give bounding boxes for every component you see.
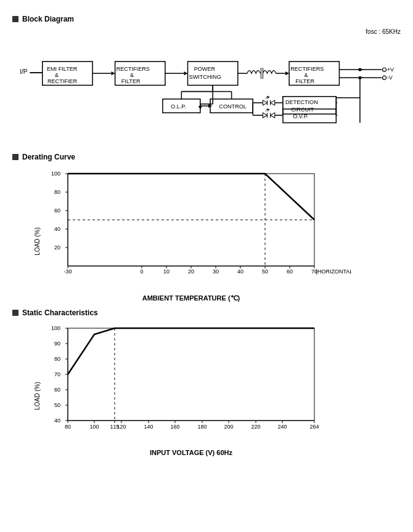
svg-text:40: 40 bbox=[237, 268, 243, 275]
svg-text:100: 100 bbox=[51, 325, 60, 331]
svg-text:264: 264 bbox=[309, 424, 319, 430]
svg-marker-58 bbox=[263, 113, 267, 118]
svg-text:-30: -30 bbox=[63, 268, 72, 275]
derating-svg: LOAD (%) 100 80 60 40 20 -30 0 10 20 30 … bbox=[31, 167, 351, 291]
svg-text:FILTER: FILTER bbox=[121, 78, 141, 84]
svg-text:60: 60 bbox=[54, 387, 60, 393]
svg-text:CONTROL: CONTROL bbox=[219, 103, 247, 110]
svg-text:&: & bbox=[305, 72, 308, 78]
svg-text:O.L.P.: O.L.P. bbox=[171, 103, 186, 110]
svg-text:70: 70 bbox=[54, 371, 60, 377]
svg-text:220: 220 bbox=[251, 424, 260, 430]
svg-text:LOAD (%): LOAD (%) bbox=[34, 227, 41, 256]
svg-text:-V: -V bbox=[387, 75, 393, 81]
derating-title: Derating Curve bbox=[22, 153, 75, 161]
static-title: Static Characteristics bbox=[22, 308, 98, 317]
svg-text:240: 240 bbox=[277, 424, 287, 430]
svg-text:50: 50 bbox=[262, 268, 268, 275]
svg-text:+V: +V bbox=[387, 66, 395, 73]
svg-text:40: 40 bbox=[54, 417, 60, 424]
block-diagram: fosc : 65KHz I/P EMI FILTER & RECTIFIER … bbox=[12, 28, 401, 147]
svg-text:DETECTION: DETECTION bbox=[285, 99, 318, 105]
svg-text:0: 0 bbox=[140, 268, 143, 275]
block-diagram-header: Block Diagram bbox=[12, 15, 401, 23]
static-svg: LOAD (%) 100 90 80 70 60 50 40 80 100 11… bbox=[31, 322, 351, 445]
fosc-label: fosc : 65KHz bbox=[366, 28, 401, 35]
svg-text:SWITCHING: SWITCHING bbox=[189, 74, 221, 80]
svg-text:&: & bbox=[55, 72, 59, 78]
svg-text:80: 80 bbox=[54, 189, 60, 195]
svg-text:100: 100 bbox=[51, 171, 60, 177]
derating-icon bbox=[12, 154, 18, 160]
svg-text:20: 20 bbox=[54, 244, 60, 251]
svg-text:50: 50 bbox=[54, 402, 60, 408]
svg-text:100: 100 bbox=[89, 424, 99, 430]
block-diagram-title: Block Diagram bbox=[22, 15, 74, 23]
derating-chart: LOAD (%) 100 80 60 40 20 -30 0 10 20 30 … bbox=[31, 167, 351, 302]
svg-marker-8 bbox=[112, 71, 115, 75]
svg-text:90: 90 bbox=[54, 341, 60, 347]
svg-text:120: 120 bbox=[117, 424, 126, 430]
svg-point-35 bbox=[383, 76, 386, 79]
svg-text:80: 80 bbox=[54, 356, 60, 362]
svg-text:10: 10 bbox=[163, 268, 170, 275]
svg-text:RECTIFIERS: RECTIFIERS bbox=[117, 66, 150, 72]
svg-text:80: 80 bbox=[65, 424, 71, 430]
svg-point-32 bbox=[383, 68, 386, 71]
svg-text:O.V.P.: O.V.P. bbox=[293, 113, 308, 119]
static-chart: LOAD (%) 100 90 80 70 60 50 40 80 100 11… bbox=[31, 322, 351, 456]
svg-marker-42 bbox=[198, 106, 202, 110]
svg-marker-52 bbox=[271, 100, 275, 105]
derating-header: Derating Curve bbox=[12, 153, 401, 161]
svg-text:40: 40 bbox=[54, 226, 60, 232]
svg-text:RECTIFIER: RECTIFIER bbox=[47, 78, 78, 84]
ip-label: I/P bbox=[20, 68, 28, 75]
svg-text:RECTIFIERS: RECTIFIERS bbox=[290, 66, 324, 72]
static-icon bbox=[12, 310, 18, 316]
static-x-label: INPUT VOLTAGE (V) 60Hz bbox=[31, 449, 351, 456]
block-diagram-svg: I/P EMI FILTER & RECTIFIER RECTIFIERS & … bbox=[12, 28, 401, 145]
svg-marker-22 bbox=[285, 71, 289, 75]
svg-text:140: 140 bbox=[144, 424, 153, 430]
svg-text:(HORIZONTAL): (HORIZONTAL) bbox=[316, 268, 351, 275]
svg-marker-49 bbox=[263, 100, 267, 105]
svg-text:POWER: POWER bbox=[194, 66, 216, 72]
svg-text:20: 20 bbox=[188, 268, 194, 275]
svg-text:EMI FILTER: EMI FILTER bbox=[47, 66, 78, 72]
svg-text:&: & bbox=[130, 72, 134, 78]
svg-text:FILTER: FILTER bbox=[295, 78, 314, 84]
static-header: Static Characteristics bbox=[12, 308, 401, 317]
svg-marker-14 bbox=[184, 71, 187, 75]
svg-rect-15 bbox=[188, 62, 238, 86]
svg-text:160: 160 bbox=[170, 424, 179, 430]
section-icon bbox=[12, 16, 18, 22]
derating-x-label: AMBIENT TEMPERATURE (℃) bbox=[31, 294, 351, 302]
svg-text:60: 60 bbox=[287, 268, 293, 275]
svg-marker-61 bbox=[271, 113, 275, 118]
svg-text:CIRCUIT: CIRCUIT bbox=[291, 107, 314, 113]
svg-text:30: 30 bbox=[213, 268, 219, 275]
svg-text:LOAD (%): LOAD (%) bbox=[34, 382, 41, 410]
svg-text:60: 60 bbox=[54, 208, 60, 214]
svg-text:180: 180 bbox=[197, 424, 206, 430]
svg-text:200: 200 bbox=[224, 424, 233, 430]
